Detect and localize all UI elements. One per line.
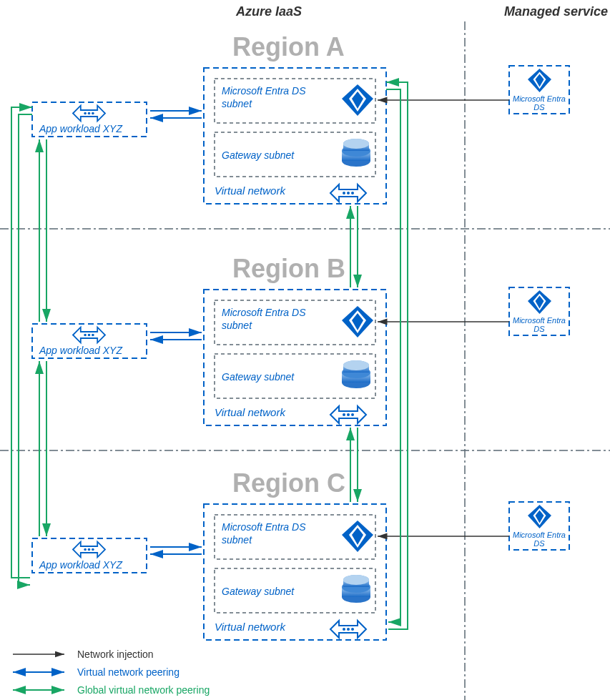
legend-label-injection: Network injection: [77, 649, 154, 660]
region-a-title: Region A: [232, 32, 345, 61]
svg-point-35: [92, 548, 94, 551]
entra-subnet-b-label-1: Microsoft Entra DS: [222, 307, 306, 318]
managed-entra-b-label-1: Microsoft Entra: [513, 316, 566, 325]
app-workload-b-label: App workload XYZ: [39, 345, 122, 356]
svg-point-9: [84, 112, 87, 115]
svg-point-7: [347, 192, 350, 194]
legend-label-global: Global virtual network peering: [77, 684, 210, 696]
entra-subnet-a-label-2: subnet: [222, 98, 252, 109]
entra-ds-icon: [528, 69, 551, 92]
vnet-icon: [73, 542, 105, 558]
entra-ds-icon: [342, 521, 373, 552]
entra-ds-icon: [342, 84, 373, 116]
region-c-title: Region C: [232, 468, 345, 498]
svg-point-5: [343, 139, 369, 149]
svg-point-29: [343, 575, 369, 585]
managed-entra-b-label-2: DS: [533, 325, 545, 333]
gateway-subnet-a-label: Gateway subnet: [222, 149, 295, 161]
legend-label-peering: Virtual network peering: [77, 666, 179, 678]
gateway-subnet-c-label: Gateway subnet: [222, 586, 295, 597]
header-managed: Managed service: [504, 4, 608, 19]
entra-ds-icon: [528, 505, 551, 528]
managed-entra-a-label-2: DS: [533, 103, 545, 112]
vnet-icon: [73, 327, 105, 343]
svg-point-22: [88, 334, 91, 337]
entra-ds-icon: [528, 290, 551, 314]
gateway-icon: [342, 360, 370, 388]
managed-entra-a-label-1: Microsoft Entra: [513, 94, 566, 103]
gateway-icon: [342, 139, 370, 167]
entra-ds-icon: [342, 306, 373, 337]
gateway-subnet-b-label: Gateway subnet: [222, 371, 295, 383]
legend: Network injection Virtual network peerin…: [13, 649, 210, 696]
vnet-a-label: Virtual network: [215, 184, 286, 197]
svg-point-33: [84, 548, 87, 551]
region-b-title: Region B: [232, 254, 345, 283]
svg-point-11: [92, 112, 94, 115]
svg-point-31: [347, 628, 350, 631]
vnet-b-label: Virtual network: [215, 406, 286, 418]
vnet-icon: [73, 106, 105, 122]
svg-point-8: [351, 192, 354, 194]
svg-point-21: [84, 334, 87, 337]
entra-subnet-b-label-2: subnet: [222, 320, 252, 331]
global-vnet-ac-2: [386, 89, 400, 622]
svg-point-19: [347, 413, 350, 416]
gateway-icon: [342, 575, 370, 603]
header-iaas: Azure IaaS: [235, 4, 302, 19]
svg-point-23: [92, 334, 94, 337]
entra-subnet-c-label-2: subnet: [222, 534, 252, 546]
managed-entra-c-label-2: DS: [533, 539, 545, 548]
svg-point-30: [343, 628, 345, 631]
app-workload-a-label: App workload XYZ: [39, 123, 122, 134]
entra-subnet-a-label-1: Microsoft Entra DS: [222, 85, 306, 97]
svg-point-18: [343, 413, 345, 416]
app-workload-c-label: App workload XYZ: [39, 559, 122, 571]
managed-entra-c-label-1: Microsoft Entra: [513, 531, 566, 539]
entra-subnet-c-label-1: Microsoft Entra DS: [222, 521, 306, 533]
architecture-diagram: Azure IaaS Managed service Region A Micr…: [0, 0, 610, 700]
global-app-ac-1: [11, 107, 32, 578]
global-app-ac-2: [19, 114, 32, 585]
svg-point-10: [88, 112, 91, 115]
svg-point-32: [351, 628, 354, 631]
global-vnet-ac-1: [386, 82, 408, 629]
svg-point-6: [343, 192, 345, 194]
svg-point-17: [343, 360, 369, 370]
vnet-icon: [330, 184, 366, 202]
vnet-c-label: Virtual network: [215, 621, 286, 633]
svg-point-20: [351, 413, 354, 416]
svg-point-34: [88, 548, 91, 551]
vnet-icon: [330, 621, 366, 638]
vnet-icon: [330, 406, 366, 423]
